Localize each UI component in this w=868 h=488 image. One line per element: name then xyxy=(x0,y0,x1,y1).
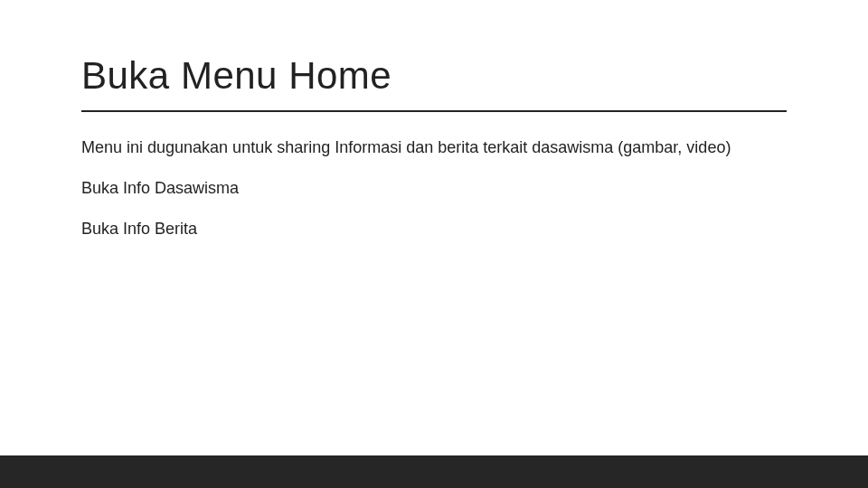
slide: Buka Menu Home Menu ini dugunakan untuk … xyxy=(0,0,868,241)
body-line-3: Buka Info Berita xyxy=(81,217,787,241)
footer-bar xyxy=(0,455,868,488)
slide-title: Buka Menu Home xyxy=(81,54,787,98)
title-underline xyxy=(81,110,787,112)
body-line-2: Buka Info Dasawisma xyxy=(81,176,787,201)
body-line-1: Menu ini dugunakan untuk sharing Informa… xyxy=(81,136,787,160)
